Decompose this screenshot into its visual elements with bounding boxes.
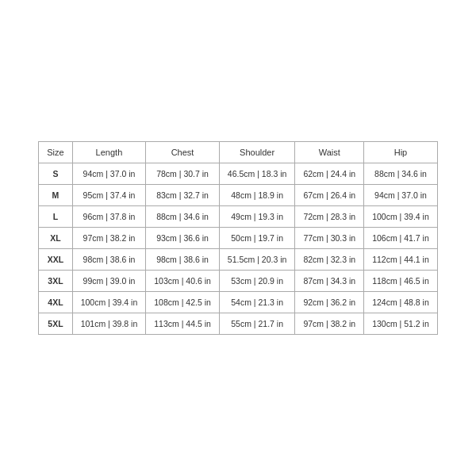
measurement-cell: 50cm | 19.7 in [219, 228, 295, 249]
size-chart-table: SizeLengthChestShoulderWaistHip S94cm | … [38, 141, 438, 335]
measurement-cell: 82cm | 32.3 in [295, 249, 364, 271]
measurement-cell: 124cm | 48.8 in [364, 292, 438, 313]
table-row: XXL98cm | 38.6 in98cm | 38.6 in51.5cm | … [39, 249, 438, 271]
measurement-cell: 118cm | 46.5 in [364, 271, 438, 292]
measurement-cell: 87cm | 34.3 in [295, 271, 364, 292]
measurement-cell: 95cm | 37.4 in [72, 185, 146, 206]
column-header-size: Size [39, 142, 72, 163]
table-row: S94cm | 37.0 in78cm | 30.7 in46.5cm | 18… [39, 163, 438, 185]
measurement-cell: 54cm | 21.3 in [219, 292, 295, 313]
measurement-cell: 101cm | 39.8 in [72, 313, 146, 335]
measurement-cell: 97cm | 38.2 in [72, 228, 146, 249]
column-header-waist: Waist [295, 142, 364, 163]
column-header-hip: Hip [364, 142, 438, 163]
measurement-cell: 49cm | 19.3 in [219, 206, 295, 228]
size-label: 3XL [39, 271, 72, 292]
measurement-cell: 108cm | 42.5 in [146, 292, 220, 313]
column-header-shoulder: Shoulder [219, 142, 295, 163]
table-row: M95cm | 37.4 in83cm | 32.7 in48cm | 18.9… [39, 185, 438, 206]
size-label: L [39, 206, 72, 228]
measurement-cell: 100cm | 39.4 in [364, 206, 438, 228]
measurement-cell: 98cm | 38.6 in [72, 249, 146, 271]
measurement-cell: 98cm | 38.6 in [146, 249, 220, 271]
table-row: L96cm | 37.8 in88cm | 34.6 in49cm | 19.3… [39, 206, 438, 228]
measurement-cell: 106cm | 41.7 in [364, 228, 438, 249]
measurement-cell: 78cm | 30.7 in [146, 163, 220, 185]
measurement-cell: 94cm | 37.0 in [364, 185, 438, 206]
measurement-cell: 67cm | 26.4 in [295, 185, 364, 206]
measurement-cell: 62cm | 24.4 in [295, 163, 364, 185]
size-chart-wrapper: SizeLengthChestShoulderWaistHip S94cm | … [22, 125, 454, 351]
measurement-cell: 93cm | 36.6 in [146, 228, 220, 249]
size-label: XL [39, 228, 72, 249]
measurement-cell: 97cm | 38.2 in [295, 313, 364, 335]
table-row: 5XL101cm | 39.8 in113cm | 44.5 in55cm | … [39, 313, 438, 335]
table-row: XL97cm | 38.2 in93cm | 36.6 in50cm | 19.… [39, 228, 438, 249]
measurement-cell: 103cm | 40.6 in [146, 271, 220, 292]
measurement-cell: 112cm | 44.1 in [364, 249, 438, 271]
measurement-cell: 96cm | 37.8 in [72, 206, 146, 228]
size-label: 5XL [39, 313, 72, 335]
measurement-cell: 100cm | 39.4 in [72, 292, 146, 313]
measurement-cell: 99cm | 39.0 in [72, 271, 146, 292]
measurement-cell: 46.5cm | 18.3 in [219, 163, 295, 185]
measurement-cell: 94cm | 37.0 in [72, 163, 146, 185]
measurement-cell: 130cm | 51.2 in [364, 313, 438, 335]
size-label: 4XL [39, 292, 72, 313]
measurement-cell: 53cm | 20.9 in [219, 271, 295, 292]
measurement-cell: 88cm | 34.6 in [146, 206, 220, 228]
measurement-cell: 92cm | 36.2 in [295, 292, 364, 313]
measurement-cell: 55cm | 21.7 in [219, 313, 295, 335]
measurement-cell: 88cm | 34.6 in [364, 163, 438, 185]
size-label: S [39, 163, 72, 185]
measurement-cell: 72cm | 28.3 in [295, 206, 364, 228]
measurement-cell: 48cm | 18.9 in [219, 185, 295, 206]
table-row: 3XL99cm | 39.0 in103cm | 40.6 in53cm | 2… [39, 271, 438, 292]
column-header-length: Length [72, 142, 146, 163]
measurement-cell: 83cm | 32.7 in [146, 185, 220, 206]
measurement-cell: 77cm | 30.3 in [295, 228, 364, 249]
size-label: M [39, 185, 72, 206]
measurement-cell: 113cm | 44.5 in [146, 313, 220, 335]
size-label: XXL [39, 249, 72, 271]
column-header-chest: Chest [146, 142, 220, 163]
measurement-cell: 51.5cm | 20.3 in [219, 249, 295, 271]
table-row: 4XL100cm | 39.4 in108cm | 42.5 in54cm | … [39, 292, 438, 313]
